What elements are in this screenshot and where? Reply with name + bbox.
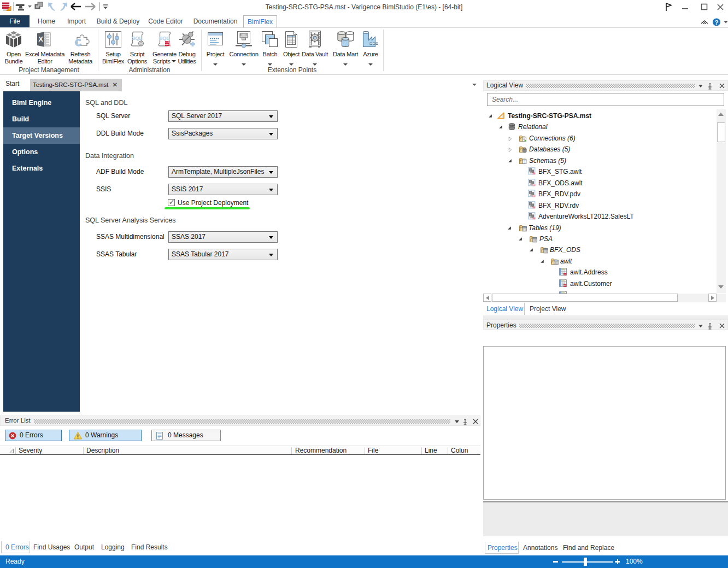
svg-text:X: X xyxy=(38,35,43,43)
svg-text:?: ? xyxy=(714,19,718,26)
svg-text:SQL: SQL xyxy=(132,35,142,41)
